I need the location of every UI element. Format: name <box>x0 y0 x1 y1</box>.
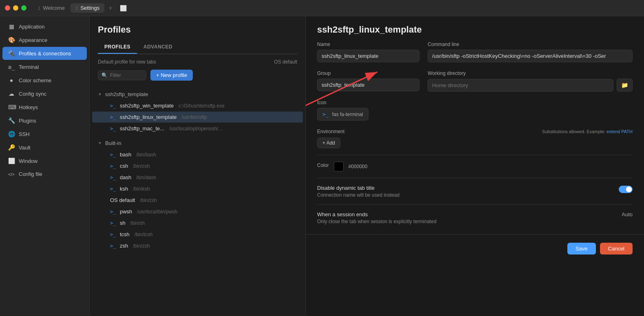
color-row: Color #000000 <box>317 162 633 171</box>
title-bar: 1 Welcome 2 Settings + ⬜ <box>0 0 644 16</box>
profile-name: bash <box>120 151 131 158</box>
profile-group-header-builtin[interactable]: ▼ Built-in <box>90 138 305 149</box>
detail-actions: Save Cancel <box>306 234 644 263</box>
split-button[interactable]: ⬜ <box>117 3 130 13</box>
profile-group-header-ssh2sftp[interactable]: ▼ ssh2sftp_template <box>90 89 305 100</box>
list-item[interactable]: >_ tcsh /bin/tcsh <box>92 229 303 240</box>
save-button[interactable]: Save <box>567 243 596 255</box>
color-scheme-icon: ● <box>8 77 15 83</box>
tab-welcome[interactable]: 1 Welcome <box>33 3 70 13</box>
environment-section: Environment Substitutions allowed. Examp… <box>317 129 633 148</box>
name-label: Name <box>317 42 419 47</box>
working-dir-label: Working directory <box>428 70 633 76</box>
name-command-row: Name Command line <box>317 42 633 62</box>
group-label: Group <box>317 70 419 76</box>
working-dir-input[interactable] <box>428 79 613 92</box>
default-profile-label: Default profile for new tabs <box>98 59 270 65</box>
terminal-icon: >_ <box>110 152 117 158</box>
add-environment-button[interactable]: + Add <box>317 138 340 148</box>
sidebar-item-ssh[interactable]: 🌐 SSH <box>2 127 87 140</box>
sidebar-label-hotkeys: Hotkeys <box>19 104 38 110</box>
profile-path: /bin/bash <box>136 152 156 158</box>
sidebar-item-application[interactable]: ▦ Application <box>2 20 87 33</box>
tab-settings[interactable]: 2 Settings <box>71 3 104 13</box>
ssh-icon: 🌐 <box>8 131 15 137</box>
profile-name: ssh2sftp_mac_te... <box>120 125 164 132</box>
group-name-builtin: Built-in <box>105 140 121 146</box>
group-workdir-row: Group Working directory 📁 <box>317 70 633 92</box>
sidebar-item-hotkeys[interactable]: ⌨ Hotkeys <box>2 101 87 114</box>
sidebar-label-plugins: Plugins <box>19 118 36 124</box>
search-input[interactable] <box>110 72 143 78</box>
chevron-down-icon: ▼ <box>98 92 102 97</box>
sidebar-item-color-scheme[interactable]: ● Color scheme <box>2 74 87 87</box>
list-item[interactable]: >_ zsh /bin/zsh <box>92 240 303 251</box>
search-box[interactable]: 🔍 <box>98 70 146 80</box>
profile-path: c:\Git\usr\bin\sftp.exe <box>179 103 225 109</box>
folder-browse-button[interactable]: 📁 <box>617 79 633 92</box>
profile-name: sh <box>120 220 126 226</box>
add-tab-button[interactable]: + <box>105 3 115 13</box>
sidebar-label-window: Window <box>19 158 37 164</box>
close-button[interactable] <box>5 5 10 11</box>
profiles-panel: Profiles PROFILES ADVANCED Default profi… <box>90 16 306 316</box>
session-ends-value[interactable]: Auto <box>622 211 633 217</box>
session-ends-title: When a session ends <box>317 211 437 217</box>
sidebar-item-plugins[interactable]: 🔧 Plugins <box>2 114 87 127</box>
new-profile-button[interactable]: + New profile <box>150 70 193 81</box>
sidebar-item-vault[interactable]: 🔑 Vault <box>2 141 87 154</box>
tab-num-welcome: 1 <box>38 6 40 11</box>
color-value: #000000 <box>348 164 368 169</box>
profile-path: /bin/ksh <box>133 186 150 192</box>
list-item[interactable]: >_ sh /bin/sh <box>92 217 303 228</box>
profile-path: /bin/sh <box>130 220 145 226</box>
terminal-icon: >_ <box>110 103 117 109</box>
profile-path: /bin/csh <box>133 163 150 169</box>
list-item[interactable]: >_ pwsh /usr/local/bin/pwsh <box>92 206 303 217</box>
tab-advanced[interactable]: ADVANCED <box>137 41 179 54</box>
search-icon: 🔍 <box>101 72 108 78</box>
sidebar-item-terminal[interactable]: ≥_ Terminal <box>2 60 87 73</box>
extend-path-link[interactable]: extend PATH <box>607 129 633 134</box>
list-item[interactable]: OS default /bin/zsh <box>92 195 303 206</box>
session-ends-row: When a session ends Only close the tab w… <box>317 211 633 228</box>
profiles-header: Profiles PROFILES ADVANCED <box>90 16 305 54</box>
list-item[interactable]: >_ bash /bin/bash <box>92 149 303 160</box>
profile-path: /bin/zsh <box>140 198 157 203</box>
disable-title-label: Disable dynamic tab title <box>317 185 614 191</box>
sidebar-item-profiles[interactable]: 🔌 Profiles & connections <box>2 47 87 60</box>
sidebar-label-application: Application <box>19 24 45 30</box>
group-input[interactable] <box>317 79 419 91</box>
sidebar-item-appearance[interactable]: 🎨 Appearance <box>2 33 87 46</box>
tab-profiles[interactable]: PROFILES <box>98 41 137 54</box>
list-item[interactable]: >_ ssh2sftp_linux_template /usr/bin/sftp <box>92 112 303 123</box>
appearance-icon: 🎨 <box>8 37 15 43</box>
terminal-icon: >_ <box>110 126 117 132</box>
divider-3 <box>317 204 633 205</box>
list-item[interactable]: >_ dash /bin/dash <box>92 172 303 183</box>
profile-list: ▼ ssh2sftp_template >_ ssh2sftp_win_temp… <box>90 86 305 316</box>
color-swatch[interactable] <box>334 162 344 171</box>
name-input[interactable] <box>317 50 419 62</box>
profiles-icon: 🔌 <box>8 50 15 57</box>
icon-value: fas fa-terminal <box>332 112 363 117</box>
disable-dynamic-title-toggle[interactable] <box>619 186 633 193</box>
list-item[interactable]: >_ csh /bin/csh <box>92 160 303 171</box>
tab-label-welcome: Welcome <box>43 5 65 11</box>
minimize-button[interactable] <box>13 5 18 11</box>
list-item[interactable]: >_ ssh2sftp_mac_te... /usr/local/opt/ope… <box>92 123 303 134</box>
list-item[interactable]: >_ ksh /bin/ksh <box>92 183 303 194</box>
list-item[interactable]: >_ ssh2sftp_win_template c:\Git\usr\bin\… <box>92 100 303 111</box>
detail-panel: ssh2sftp_linux_template Name Command lin… <box>306 16 644 316</box>
maximize-button[interactable] <box>21 5 26 11</box>
tab-bar: 1 Welcome 2 Settings + ⬜ <box>33 3 130 13</box>
command-line-input[interactable] <box>428 50 633 62</box>
cancel-button[interactable]: Cancel <box>600 243 633 255</box>
sidebar-item-config-file[interactable]: </> Config file <box>2 168 87 180</box>
sidebar-item-config-sync[interactable]: ☁ Config sync <box>2 87 87 100</box>
terminal-icon: >_ <box>110 163 117 169</box>
sidebar-label-terminal: Terminal <box>19 64 39 70</box>
main-layout: ▦ Application 🎨 Appearance 🔌 Profiles & … <box>0 16 644 316</box>
window-icon: ⬜ <box>8 158 15 164</box>
sidebar-item-window[interactable]: ⬜ Window <box>2 154 87 167</box>
